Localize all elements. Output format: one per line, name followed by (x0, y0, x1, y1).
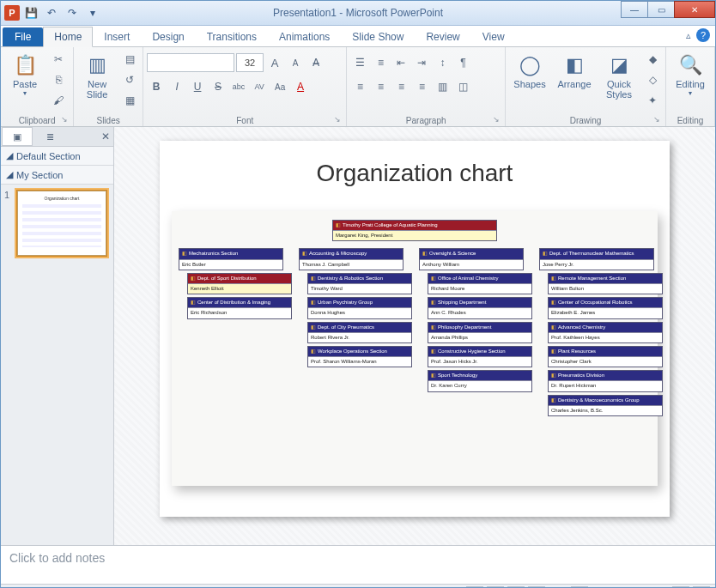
tab-view[interactable]: View (471, 27, 516, 46)
shadow-button[interactable]: abc (229, 77, 248, 96)
org-node[interactable]: Center of Occupational RoboticsElizabeth… (548, 297, 663, 318)
increase-indent-icon[interactable]: ⇥ (412, 53, 431, 72)
tab-transitions[interactable]: Transitions (196, 27, 268, 46)
columns-icon[interactable]: ▥ (433, 77, 452, 96)
align-left-icon[interactable]: ≡ (350, 77, 369, 96)
launcher-icon[interactable]: ↘ (491, 115, 501, 125)
org-node[interactable]: Dept. of City PneumaticsRobert Rivera Jr… (307, 322, 412, 343)
char-spacing-icon[interactable]: AV (250, 77, 269, 96)
tab-file[interactable]: File (3, 27, 43, 46)
org-node[interactable]: Advanced ChemistryProf. Kathleen Hayes (548, 322, 663, 343)
org-node[interactable]: Center of Distribution & ImagingEric Ric… (187, 297, 292, 318)
shape-fill-icon[interactable]: ◆ (643, 50, 662, 69)
section-my[interactable]: ◢My Section (1, 166, 113, 185)
tab-animations[interactable]: Animations (268, 27, 341, 46)
org-node[interactable]: Workplace Operations SectionProf. Sharon… (307, 346, 412, 367)
outline-tab-icon[interactable]: ≣ (34, 127, 65, 146)
tab-design[interactable]: Design (141, 27, 195, 46)
org-node[interactable]: Urban Psychiatry GroupDonna Hughes (307, 297, 412, 318)
launcher-icon[interactable]: ↘ (652, 115, 662, 125)
tab-review[interactable]: Review (415, 27, 470, 46)
org-node[interactable]: Constructive Hygiene SectionProf. Jason … (428, 346, 532, 367)
section-icon[interactable]: ▦ (120, 91, 139, 110)
tab-home[interactable]: Home (43, 27, 93, 47)
slide-title[interactable]: Organization chart (160, 141, 670, 187)
org-node[interactable]: Plant ResourcesChristopher Clark (548, 346, 663, 367)
slide-canvas[interactable]: Organization chart Timothy Pratt College… (160, 141, 670, 517)
change-case-icon[interactable]: Aa (270, 77, 289, 96)
minimize-button[interactable]: — (621, 1, 648, 18)
slide-thumbnail[interactable]: Organization chart (16, 190, 107, 257)
org-node[interactable]: Pneumatics DivisionDr. Rupert Hickman (548, 370, 663, 391)
section-default[interactable]: ◢Default Section (1, 147, 113, 166)
org-node[interactable]: Dentistry & Robotics SectionTimothy Ward (307, 273, 412, 294)
shape-outline-icon[interactable]: ◇ (643, 70, 662, 89)
shapes-icon: ◯ (516, 52, 543, 79)
org-node[interactable]: Dept. of Sport DistributionKenneth Ellio… (187, 273, 292, 294)
close-button[interactable]: ✕ (674, 1, 715, 18)
maximize-button[interactable]: ▭ (647, 1, 675, 18)
launcher-icon[interactable]: ↘ (332, 115, 343, 125)
node-header: Urban Psychiatry Group (308, 298, 411, 307)
font-color-icon[interactable]: A (291, 77, 310, 96)
align-right-icon[interactable]: ≡ (391, 77, 410, 96)
justify-icon[interactable]: ≡ (412, 77, 431, 96)
underline-button[interactable]: U (188, 77, 207, 96)
quick-styles-button[interactable]: ◪Quick Styles (598, 50, 640, 101)
close-pane-icon[interactable]: ✕ (101, 130, 110, 142)
shrink-font-icon[interactable]: A (286, 53, 305, 72)
arrange-button[interactable]: ◧Arrange (554, 50, 595, 91)
app-icon[interactable]: P (4, 5, 20, 21)
org-node[interactable]: Office of Animal ChemistryRichard Moore (428, 273, 532, 294)
grow-font-icon[interactable]: A (265, 53, 284, 72)
bullets-icon[interactable]: ☰ (350, 53, 369, 72)
launcher-icon[interactable]: ↘ (59, 115, 70, 125)
slide-editor[interactable]: Organization chart Timothy Pratt College… (114, 127, 715, 545)
thumbnail-slide-1[interactable]: 1 Organization chart (1, 185, 113, 262)
qat-undo-icon[interactable]: ↶ (42, 3, 61, 22)
notes-pane[interactable]: Click to add notes (1, 545, 715, 584)
help-icon[interactable]: ? (696, 28, 710, 42)
tab-slideshow[interactable]: Slide Show (341, 27, 415, 46)
thumbnails-tab-icon[interactable]: ▣ (2, 127, 33, 146)
line-spacing-icon[interactable]: ↕ (433, 53, 452, 72)
qat-redo-icon[interactable]: ↷ (63, 3, 82, 22)
decrease-indent-icon[interactable]: ⇤ (391, 53, 410, 72)
strike-button[interactable]: S (209, 77, 228, 96)
reset-icon[interactable]: ↺ (120, 70, 139, 89)
org-root-node[interactable]: Timothy Pratt College of Aquatic Plannin… (332, 220, 497, 241)
shapes-button[interactable]: ◯Shapes (509, 50, 550, 91)
org-node[interactable]: Mechatronics SectionEric Butler (179, 248, 283, 270)
cut-icon[interactable]: ✂ (49, 50, 68, 69)
format-painter-icon[interactable]: 🖌 (49, 91, 68, 110)
org-chart[interactable]: Timothy Pratt College of Aquatic Plannin… (172, 211, 658, 486)
org-node[interactable]: Philosophy DepartmentAmanda Phillips (428, 322, 532, 343)
org-node[interactable]: Oversight & ScienceAnthony William (419, 248, 524, 270)
org-node[interactable]: Sport TechnologyDr. Karen Curry (428, 370, 532, 391)
qat-more-icon[interactable]: ▾ (83, 3, 102, 22)
clear-format-icon[interactable]: A̶ (306, 53, 325, 72)
text-direction-icon[interactable]: ¶ (453, 53, 472, 72)
italic-button[interactable]: I (167, 77, 186, 96)
font-name-combo[interactable] (147, 53, 234, 72)
org-node[interactable]: Remote Management SectionWilliam Bolton (548, 273, 663, 294)
copy-icon[interactable]: ⎘ (49, 70, 68, 89)
numbering-icon[interactable]: ≡ (371, 53, 390, 72)
node-body: Elizabeth E. James (549, 307, 662, 318)
ribbon-collapse-icon[interactable]: ▵ (686, 30, 691, 41)
tab-insert[interactable]: Insert (93, 27, 141, 46)
shape-effects-icon[interactable]: ✦ (643, 91, 662, 110)
convert-smartart-icon[interactable]: ◫ (453, 77, 472, 96)
layout-icon[interactable]: ▤ (120, 50, 139, 69)
org-node[interactable]: Shipping DepartmentAnn C. Rhodes (428, 297, 532, 318)
bold-button[interactable]: B (147, 77, 166, 96)
org-node[interactable]: Accounting & MicroscopyThomas J. Campbel… (299, 248, 404, 270)
font-size-combo[interactable]: 32 (236, 53, 264, 72)
new-slide-button[interactable]: ▥ New Slide (77, 50, 117, 101)
org-node[interactable]: Dept. of Thermonuclear MathematicsJose P… (539, 248, 654, 270)
paste-button[interactable]: 📋 Paste ▾ (4, 50, 46, 99)
align-center-icon[interactable]: ≡ (371, 77, 390, 96)
qat-save-icon[interactable]: 💾 (21, 3, 40, 22)
org-node[interactable]: Dentistry & Macroeconomics GroupCharles … (548, 395, 663, 416)
editing-button[interactable]: 🔍Editing▾ (670, 50, 711, 99)
